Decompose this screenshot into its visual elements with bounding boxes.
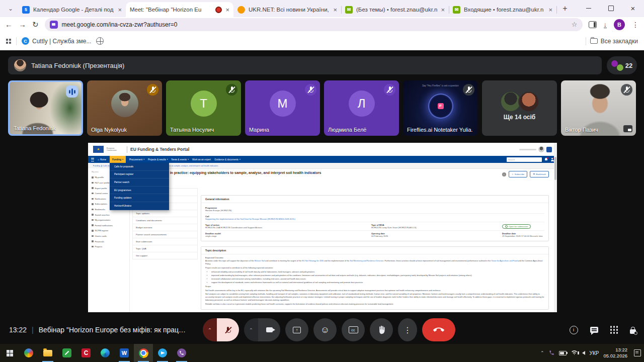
sidebar-item[interactable]: My organisations bbox=[88, 217, 129, 223]
taskbar-clock[interactable]: 13:22 05.02.2026 bbox=[603, 347, 627, 359]
sidebar-item[interactable]: Financials bbox=[88, 239, 129, 244]
portal-user-avatar[interactable] bbox=[538, 146, 544, 152]
tile-more-participants[interactable]: Ще 14 осіб bbox=[482, 80, 557, 136]
tab-google-meet[interactable]: Meet: "Вебінар "Horizon Eu × bbox=[126, 2, 233, 17]
notes-app-button[interactable] bbox=[57, 344, 76, 362]
sidebar-item[interactable]: Formal notifications bbox=[88, 223, 129, 228]
volume-icon[interactable] bbox=[582, 351, 585, 355]
side-panel-icon[interactable] bbox=[589, 21, 597, 28]
call-link[interactable]: Supporting the implementation of the Soi… bbox=[205, 218, 544, 220]
nav-item-topic-updates[interactable]: Topic updates bbox=[133, 210, 197, 217]
notifications-bell-icon[interactable] bbox=[544, 158, 548, 161]
sidebar-item[interactable]: Saved searches bbox=[88, 212, 129, 218]
tab-ukrnet[interactable]: UKR.NET: Всі новини України, × bbox=[233, 2, 341, 17]
nav-procurement[interactable]: Procurement▾ bbox=[129, 156, 144, 163]
mic-options-chevron[interactable]: ⌃ bbox=[203, 318, 217, 341]
viber-button[interactable] bbox=[172, 344, 191, 362]
browser-menu-icon[interactable]: ⋮ bbox=[632, 21, 639, 29]
menu-item-partner-search[interactable]: Partner search bbox=[110, 178, 169, 187]
start-button[interactable] bbox=[0, 344, 19, 362]
info-icon[interactable]: i bbox=[502, 172, 506, 176]
tile-lyudmila-bele[interactable]: Л Людмила Белё bbox=[324, 80, 399, 136]
back-icon[interactable]: ← bbox=[5, 20, 13, 29]
globe-icon[interactable] bbox=[96, 37, 104, 45]
more-options-button[interactable]: ⋮ bbox=[398, 318, 417, 341]
bookmark-button[interactable]: ⚑ Bookmark bbox=[530, 171, 549, 177]
meeting-details-icon[interactable]: i bbox=[570, 326, 578, 334]
window-minimize-button[interactable] bbox=[578, 0, 600, 17]
menu-item-funding-updates[interactable]: Funding updates bbox=[110, 194, 169, 202]
nav-funding[interactable]: Funding▾ bbox=[110, 156, 126, 163]
tab-close-icon[interactable]: × bbox=[441, 7, 445, 13]
participants-count-pill[interactable]: 22 bbox=[607, 56, 637, 74]
captions-button[interactable]: cc bbox=[342, 318, 365, 341]
tab-close-icon[interactable]: × bbox=[548, 7, 552, 13]
chrome-button[interactable] bbox=[134, 344, 153, 362]
menu-burger-icon[interactable] bbox=[91, 158, 94, 161]
bookmark-star-icon[interactable]: ☆ bbox=[572, 21, 578, 28]
apps-grid-icon[interactable] bbox=[6, 39, 11, 44]
picture-in-picture-icon[interactable] bbox=[623, 125, 632, 132]
window-close-button[interactable]: × bbox=[622, 0, 644, 17]
new-tab-button[interactable]: + bbox=[558, 2, 572, 15]
tile-tatiana-fedoniuk[interactable]: Tatiana Fedoniuk bbox=[8, 80, 83, 136]
word-button[interactable]: W bbox=[115, 344, 134, 362]
present-screen-button[interactable]: ↑ bbox=[285, 318, 308, 341]
nav-news-events[interactable]: News & events▾ bbox=[172, 156, 189, 163]
window-maximize-button[interactable] bbox=[600, 0, 622, 17]
page-scrollbar[interactable] bbox=[554, 143, 557, 312]
tray-phone-icon[interactable] bbox=[549, 348, 554, 357]
all-bookmarks-button[interactable]: Все закладки bbox=[590, 38, 638, 45]
link[interactable]: Mission Soil bbox=[255, 260, 265, 262]
menu-item-horizon4ukraine[interactable]: Horizon4Ukraine bbox=[110, 202, 169, 210]
nav-item-budget-overview[interactable]: Budget overview bbox=[133, 224, 197, 231]
tab-search-icon[interactable]: ⌄ bbox=[4, 2, 17, 15]
menu-item-calls-for-proposals[interactable]: Calls for proposals bbox=[110, 163, 169, 171]
reload-icon[interactable]: ↻ bbox=[32, 20, 39, 29]
link[interactable]: EU Soil Strategy for 2030 bbox=[302, 260, 324, 262]
nav-projects-results[interactable]: Projects & results▾ bbox=[148, 156, 168, 163]
nav-guidance-documents[interactable]: Guidance & documents▾ bbox=[214, 156, 240, 163]
search-button[interactable] bbox=[19, 344, 38, 362]
tile-marina[interactable]: М Марина bbox=[245, 80, 320, 136]
wifi-icon[interactable] bbox=[571, 348, 578, 357]
tile-fireflies-notetaker[interactable]: Say "Hey Fireflies" to ask a question F … bbox=[403, 80, 478, 136]
nav-home[interactable]: ⌂ Home bbox=[98, 156, 106, 163]
sidebar-item[interactable]: NCPM register bbox=[88, 228, 129, 234]
action-center-icon[interactable] bbox=[634, 349, 641, 356]
address-bar[interactable]: meet.google.com/ina-cvza-zwr?authuser=0 … bbox=[45, 18, 583, 31]
tile-viktor-pazych[interactable]: Віктор Пазич bbox=[561, 80, 636, 136]
tile-olga-nykolyuk[interactable]: Olga Nykolyuk bbox=[87, 80, 162, 136]
camera-button[interactable] bbox=[258, 318, 280, 341]
nav-item-start-submission[interactable]: Start submission bbox=[133, 238, 197, 245]
nav-item-topic-qa[interactable]: Topic Q&A bbox=[133, 245, 197, 252]
tab-mail-draft[interactable]: ✉ (Без темы) • forest.znau@ukr.n × bbox=[341, 2, 449, 17]
sidebar-item[interactable]: Projects bbox=[88, 244, 129, 249]
reactions-button[interactable]: ☺ bbox=[313, 318, 337, 341]
tab-close-icon[interactable]: × bbox=[333, 7, 337, 13]
portal-search-input[interactable] bbox=[507, 157, 542, 162]
portal-apps-icon[interactable] bbox=[546, 147, 552, 152]
end-call-button[interactable] bbox=[422, 318, 455, 341]
nav-item-partner-search-announcements[interactable]: Partner search announcements bbox=[133, 231, 197, 238]
language-indicator[interactable]: УКР bbox=[590, 350, 599, 356]
battery-icon[interactable] bbox=[559, 351, 567, 355]
link[interactable]: Vision for Agriculture and Food bbox=[491, 260, 517, 262]
downloads-icon[interactable]: ↓ bbox=[604, 21, 607, 28]
tray-expand-icon[interactable]: ⌃ bbox=[540, 350, 544, 355]
subscribe-button[interactable]: ☆ Subscribe bbox=[509, 171, 527, 177]
user-icon[interactable] bbox=[550, 158, 554, 161]
tab-mail-inbox[interactable]: ✉ Входящие • forest.znau@ukr.n × bbox=[449, 2, 556, 17]
nav-item-get-support[interactable]: Get support bbox=[133, 252, 197, 259]
tile-tatyana-nosulich[interactable]: Т Татьяна Носулич bbox=[166, 80, 241, 136]
tab-close-icon[interactable]: × bbox=[118, 7, 122, 13]
nav-work-expert[interactable]: Work as an expert bbox=[192, 156, 211, 163]
camera-options-chevron[interactable]: ⌃ bbox=[244, 318, 258, 341]
tab-google-calendar[interactable]: 5 Календар Google - Деталі под × bbox=[18, 2, 126, 17]
file-explorer-button[interactable] bbox=[38, 344, 57, 362]
sidebar-item[interactable]: Grants cards bbox=[88, 233, 129, 239]
tab-close-icon[interactable]: × bbox=[225, 7, 229, 13]
raise-hand-button[interactable] bbox=[370, 318, 393, 341]
mic-mute-button[interactable] bbox=[217, 318, 239, 341]
activities-grid-icon[interactable] bbox=[610, 326, 612, 328]
